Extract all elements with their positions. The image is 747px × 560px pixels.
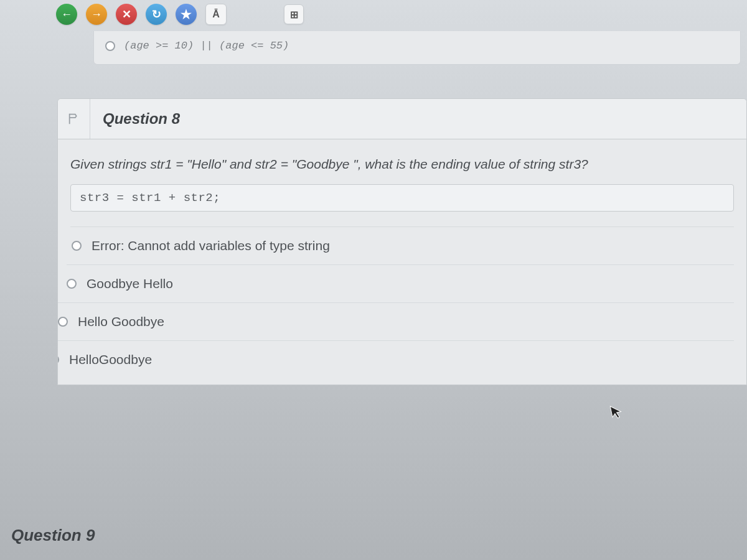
bookmark-icon[interactable]: ★ [176, 4, 197, 25]
refresh-icon[interactable]: ↻ [146, 4, 167, 25]
answer-text: Error: Cannot add variables of type stri… [92, 238, 330, 253]
answer-text: Goodbye Hello [87, 276, 173, 291]
mouse-cursor-icon [609, 403, 624, 424]
radio-unselected-icon[interactable] [67, 279, 77, 289]
question-8-card: Question 8 Given strings str1 = "Hello" … [57, 98, 747, 385]
radio-unselected-icon[interactable] [57, 355, 59, 365]
question-title: Question 8 [90, 99, 192, 139]
answer-option[interactable]: Goodbye Hello [67, 264, 734, 302]
answer-text: HelloGoodbye [69, 352, 152, 367]
answer-text: Hello Goodbye [78, 314, 164, 329]
question-9-title: Question 9 [0, 512, 111, 545]
grid-view-icon[interactable]: ⊞ [284, 4, 304, 24]
code-snippet: str3 = str1 + str2; [70, 184, 734, 212]
font-size-button[interactable]: Ā [205, 4, 227, 25]
forward-icon[interactable]: → [86, 4, 107, 25]
close-icon[interactable]: ✕ [116, 4, 137, 25]
radio-unselected-icon[interactable] [58, 317, 68, 327]
back-icon[interactable]: ← [56, 4, 77, 25]
question-header: Question 8 [58, 99, 746, 139]
browser-toolbar: ← → ✕ ↻ ★ Ā ⊞ [0, 0, 747, 26]
radio-unselected-icon[interactable] [105, 41, 115, 51]
question-prompt: Given strings str1 = "Hello" and str2 = … [70, 156, 734, 173]
answer-option[interactable]: Error: Cannot add variables of type stri… [70, 226, 734, 264]
flag-icon[interactable] [58, 99, 90, 139]
previous-question-option[interactable]: (age >= 10) || (age <= 55) [93, 31, 741, 65]
answer-list: Error: Cannot add variables of type stri… [70, 226, 734, 378]
previous-option-text: (age >= 10) || (age <= 55) [124, 40, 289, 52]
answer-option[interactable]: Hello Goodbye [58, 302, 734, 340]
answer-option[interactable]: HelloGoodbye [57, 340, 734, 378]
question-body: Given strings str1 = "Hello" and str2 = … [58, 139, 746, 385]
radio-unselected-icon[interactable] [72, 241, 82, 251]
